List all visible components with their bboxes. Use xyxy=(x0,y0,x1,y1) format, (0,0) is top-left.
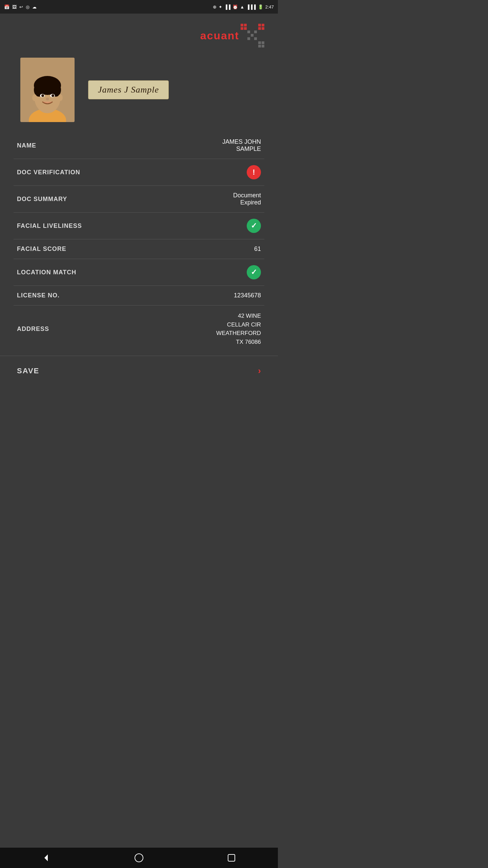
signal-icon: ▐▐ xyxy=(224,4,230,9)
doc-summary-row: DOC SUMMARY DocumentExpired xyxy=(14,186,264,213)
name-value: JAMES JOHNSAMPLE xyxy=(222,138,261,153)
doc-verification-warning-icon: ! xyxy=(247,165,261,179)
save-label: SAVE xyxy=(17,367,39,375)
cloud-icon: ☁ xyxy=(32,4,37,9)
location-icon: ◎ xyxy=(26,4,29,9)
license-row: LICENSE NO. 12345678 xyxy=(14,286,264,305)
svg-rect-15 xyxy=(258,45,261,47)
svg-rect-0 xyxy=(241,24,243,26)
logo-text: acuant xyxy=(200,29,239,42)
svg-rect-8 xyxy=(247,31,250,33)
svg-rect-2 xyxy=(241,27,243,30)
svg-rect-16 xyxy=(262,45,264,47)
status-bar-left: 📅 🖼 ↩ ◎ ☁ xyxy=(4,4,37,9)
name-row: NAME JAMES JOHNSAMPLE xyxy=(14,132,264,159)
license-value: 12345678 xyxy=(234,292,261,299)
svg-rect-6 xyxy=(258,27,261,30)
location-match-row: LOCATION MATCH ✓ xyxy=(14,259,264,286)
address-label: ADDRESS xyxy=(17,326,49,333)
address-value: 42 WINECELLAR CIRWEATHERFORDTX 76086 xyxy=(216,312,261,346)
id-photo xyxy=(20,58,75,122)
license-label: LICENSE NO. xyxy=(17,292,60,299)
acuant-logo: acuant xyxy=(200,24,264,47)
name-card-image: James J Sample xyxy=(88,80,169,99)
svg-rect-13 xyxy=(258,41,261,44)
facial-liveliness-label: FACIAL LIVELINESS xyxy=(17,222,82,230)
save-button[interactable]: SAVE › xyxy=(0,356,278,386)
wifi-icon: ▲ xyxy=(240,4,244,9)
svg-point-25 xyxy=(32,94,37,101)
doc-summary-value: DocumentExpired xyxy=(233,192,261,206)
facial-score-row: FACIAL SCORE 61 xyxy=(14,239,264,259)
logo-container: acuant xyxy=(0,14,278,54)
svg-rect-11 xyxy=(247,37,250,40)
location-match-label: LOCATION MATCH xyxy=(17,269,76,276)
image-icon: 🖼 xyxy=(12,4,17,9)
logo-icon xyxy=(241,24,264,47)
time: 2:47 xyxy=(265,4,274,9)
svg-rect-5 xyxy=(262,24,264,26)
network-icon: ▐▐▐ xyxy=(246,4,256,9)
facial-score-value: 61 xyxy=(254,245,261,253)
svg-rect-9 xyxy=(251,34,253,37)
svg-rect-10 xyxy=(254,31,257,33)
location-match-check-icon: ✓ xyxy=(247,265,261,279)
svg-rect-1 xyxy=(244,24,247,26)
svg-rect-3 xyxy=(244,27,247,30)
facial-score-label: FACIAL SCORE xyxy=(17,245,66,253)
address-row: ADDRESS 42 WINECELLAR CIRWEATHERFORDTX 7… xyxy=(14,305,264,352)
bluetooth-icon: ✦ xyxy=(219,4,222,9)
svg-point-31 xyxy=(46,98,49,100)
back-nav-icon: ↩ xyxy=(19,4,23,9)
svg-rect-14 xyxy=(262,41,264,44)
plus-circle-icon: ⊕ xyxy=(213,4,217,9)
svg-rect-7 xyxy=(262,27,264,30)
chevron-right-icon: › xyxy=(258,366,261,376)
name-on-card: James J Sample xyxy=(98,85,159,95)
facial-liveliness-row: FACIAL LIVELINESS ✓ xyxy=(14,213,264,239)
doc-verification-row: DOC VERIFICATION ! xyxy=(14,159,264,186)
svg-point-26 xyxy=(58,94,63,101)
svg-rect-12 xyxy=(254,37,257,40)
alarm-icon: ⏰ xyxy=(232,4,238,9)
status-bar-right: ⊕ ✦ ▐▐ ⏰ ▲ ▐▐▐ 🔋 2:47 xyxy=(213,4,274,9)
svg-point-30 xyxy=(52,94,54,97)
svg-rect-4 xyxy=(258,24,261,26)
calendar-icon: 📅 xyxy=(4,4,9,9)
facial-liveliness-check-icon: ✓ xyxy=(247,219,261,233)
data-section: NAME JAMES JOHNSAMPLE DOC VERIFICATION !… xyxy=(0,132,278,352)
doc-summary-label: DOC SUMMARY xyxy=(17,196,67,203)
doc-verification-label: DOC VERIFICATION xyxy=(17,169,80,176)
battery-icon: 🔋 xyxy=(258,4,263,9)
svg-point-29 xyxy=(41,94,44,97)
name-label: NAME xyxy=(17,142,36,149)
profile-section: James J Sample xyxy=(0,54,278,132)
svg-point-24 xyxy=(35,78,60,90)
person-photo xyxy=(20,58,75,122)
status-bar: 📅 🖼 ↩ ◎ ☁ ⊕ ✦ ▐▐ ⏰ ▲ ▐▐▐ 🔋 2:47 xyxy=(0,0,278,14)
